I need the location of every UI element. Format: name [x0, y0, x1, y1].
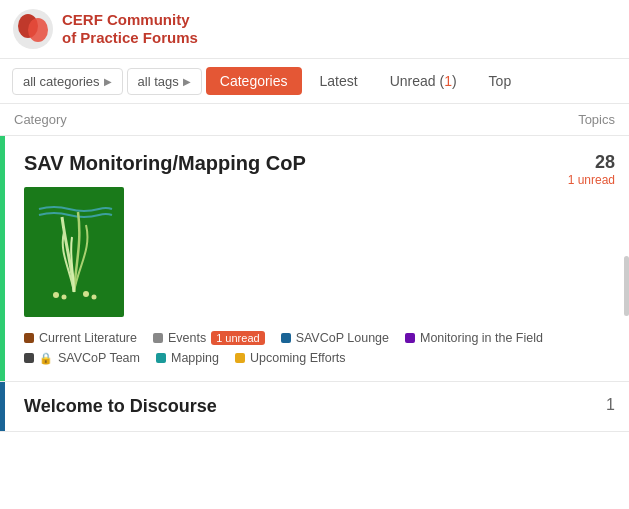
- welcome-accent: [0, 382, 5, 431]
- top-button[interactable]: Top: [475, 67, 526, 95]
- logo-text: CERF Community of Practice Forums: [62, 11, 198, 47]
- category-column-header: Category: [14, 112, 67, 127]
- scrollbar[interactable]: [624, 256, 629, 316]
- dropdown-arrow-icon: ▶: [183, 76, 191, 87]
- subcat-label: Monitoring in the Field: [420, 331, 543, 345]
- all-tags-dropdown[interactable]: all tags ▶: [127, 68, 202, 95]
- welcome-topics-count: 1: [555, 396, 615, 417]
- lock-icon: 🔒: [39, 352, 53, 365]
- subcat-label: Mapping: [171, 351, 219, 365]
- category-content: SAV Monitoring/Mapping CoP: [14, 152, 555, 365]
- table-header: Category Topics: [0, 104, 629, 136]
- subcat-dot-icon: [156, 353, 166, 363]
- svg-point-7: [92, 295, 97, 300]
- subcat-current-literature[interactable]: Current Literature: [24, 331, 137, 345]
- subcat-dot-icon: [153, 333, 163, 343]
- all-categories-label: all categories: [23, 74, 100, 89]
- unread-button[interactable]: Unread (1): [376, 67, 471, 95]
- unread-label: Unread: [390, 73, 436, 89]
- svg-point-5: [62, 295, 67, 300]
- subcat-mapping[interactable]: Mapping: [156, 351, 219, 365]
- subcat-savcoplounge[interactable]: SAVCoP Lounge: [281, 331, 389, 345]
- subcat-savcoopteam[interactable]: 🔒 SAVCoP Team: [24, 351, 140, 365]
- svg-point-6: [83, 291, 89, 297]
- subcat-label: Upcoming Efforts: [250, 351, 346, 365]
- logo[interactable]: CERF Community of Practice Forums: [12, 8, 198, 50]
- category-accent: [0, 136, 5, 381]
- unread-count: 1: [444, 73, 452, 89]
- topics-count-col: 28 1 unread: [555, 152, 615, 365]
- dropdown-arrow-icon: ▶: [104, 76, 112, 87]
- subcat-dot-icon: [235, 353, 245, 363]
- header: CERF Community of Practice Forums: [0, 0, 629, 59]
- categories-button[interactable]: Categories: [206, 67, 302, 95]
- subcat-monitoring-field[interactable]: Monitoring in the Field: [405, 331, 543, 345]
- topics-unread: 1 unread: [555, 173, 615, 187]
- logo-icon: [12, 8, 54, 50]
- navbar: all categories ▶ all tags ▶ Categories L…: [0, 59, 629, 104]
- subcat-label: SAVCoP Team: [58, 351, 140, 365]
- events-unread-badge: 1 unread: [211, 331, 264, 345]
- subcategories-list: Current Literature Events 1 unread SAVCo…: [24, 331, 555, 365]
- subcat-label: Events: [168, 331, 206, 345]
- svg-point-2: [28, 18, 48, 42]
- category-row: SAV Monitoring/Mapping CoP: [0, 136, 629, 382]
- subcat-label: SAVCoP Lounge: [296, 331, 389, 345]
- svg-point-4: [53, 292, 59, 298]
- subcat-dot-icon: [405, 333, 415, 343]
- subcat-dot-icon: [24, 333, 34, 343]
- plant-illustration: [34, 197, 114, 307]
- welcome-title[interactable]: Welcome to Discourse: [24, 396, 555, 417]
- latest-button[interactable]: Latest: [306, 67, 372, 95]
- subcat-dot-icon: [281, 333, 291, 343]
- category-title[interactable]: SAV Monitoring/Mapping CoP: [24, 152, 555, 175]
- all-tags-label: all tags: [138, 74, 179, 89]
- welcome-row: Welcome to Discourse 1: [0, 382, 629, 432]
- welcome-content: Welcome to Discourse: [14, 396, 555, 417]
- all-categories-dropdown[interactable]: all categories ▶: [12, 68, 123, 95]
- subcat-dot-icon: [24, 353, 34, 363]
- subcat-upcoming-efforts[interactable]: Upcoming Efforts: [235, 351, 346, 365]
- subcat-events[interactable]: Events 1 unread: [153, 331, 265, 345]
- topics-count: 28: [555, 152, 615, 173]
- subcat-label: Current Literature: [39, 331, 137, 345]
- topics-column-header: Topics: [578, 112, 615, 127]
- category-image: [24, 187, 124, 317]
